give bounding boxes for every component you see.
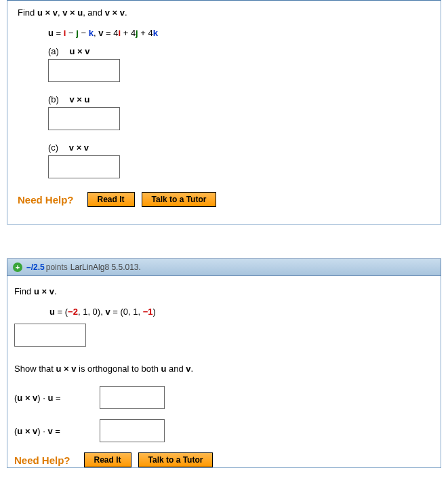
text: = ( — [55, 307, 68, 317]
text: Find — [18, 7, 37, 18]
q2-header: + –/2.5 points LarLinAlg8 5.5.013. — [7, 258, 441, 276]
dot-u-expr: (u × v) · u = — [14, 393, 96, 403]
text: × — [74, 142, 84, 153]
q2-vectors: u = (−2, 1, 0), v = (0, 1, −1) — [49, 307, 434, 317]
text: × — [75, 94, 85, 104]
text: × — [75, 46, 85, 56]
read-it-button[interactable]: Read It — [87, 192, 135, 207]
need-help-label: Need Help? — [14, 454, 70, 466]
q1-prompt: Find u × v, v × u, and v × v. — [18, 7, 430, 18]
text: . — [54, 286, 57, 296]
q2-dot-v-input[interactable] — [100, 419, 165, 442]
text: − — [66, 28, 76, 38]
q1c-label: (c) v × v — [48, 142, 430, 153]
q1-part-b: (b) v × u — [48, 94, 430, 130]
text: = 4 — [103, 28, 118, 38]
text: ) · — [37, 393, 47, 403]
q2-uv-input[interactable] — [14, 324, 86, 347]
text: (c) — [48, 142, 58, 153]
q1a-label: (a) u × v — [48, 46, 430, 56]
text: u × v — [37, 7, 58, 18]
text: u × v — [17, 393, 37, 403]
q1b-input[interactable] — [48, 107, 120, 130]
q2-dot-u-input[interactable] — [100, 386, 165, 409]
q1-part-c: (c) v × v — [48, 142, 430, 178]
q2-header-wrap: + –/2.5 points LarLinAlg8 5.5.013. — [7, 258, 441, 276]
text: Find — [14, 286, 34, 296]
text: u — [85, 94, 90, 104]
text: v — [69, 142, 74, 153]
text: v × u — [62, 7, 83, 18]
text: , and — [83, 7, 105, 18]
text: v — [105, 307, 110, 317]
q1b-label: (b) v × u — [48, 94, 430, 104]
talk-to-tutor-button[interactable]: Talk to a Tutor — [142, 192, 217, 207]
q2-dot-v-row: (u × v) · v = — [14, 419, 434, 442]
text: . — [125, 7, 127, 18]
text: . — [191, 364, 194, 374]
text: = — [54, 28, 64, 38]
expand-icon[interactable]: + — [13, 263, 22, 272]
q1-part-a: (a) u × v — [48, 46, 430, 82]
text: u — [49, 307, 55, 317]
text: (b) — [48, 94, 59, 104]
q1a-input[interactable] — [48, 59, 120, 82]
text: v — [48, 426, 53, 436]
text: v × v — [105, 7, 125, 18]
dot-v-expr: (u × v) · v = — [14, 426, 96, 436]
text: and — [166, 364, 186, 374]
question-1-box: Find u × v, v × u, and v × v. u = i − j … — [7, 0, 441, 225]
q2-dot-u-row: (u × v) · u = — [14, 386, 434, 409]
need-help-label: Need Help? — [18, 194, 74, 206]
text: , 1, 0), — [78, 307, 105, 317]
text: is orthogonal to both — [76, 364, 161, 374]
q2-prompt2: Show that u × v is orthogonal to both u … — [14, 364, 434, 374]
text: Show that — [14, 364, 56, 374]
text: −2 — [68, 307, 78, 317]
text: u × v — [34, 286, 54, 296]
text: = — [53, 393, 60, 403]
q2-help-row: Need Help? Read It Talk to a Tutor — [14, 452, 434, 467]
q1c-input[interactable] — [48, 155, 120, 178]
text: −1 — [143, 307, 153, 317]
text: u — [48, 28, 54, 38]
talk-to-tutor-button[interactable]: Talk to a Tutor — [138, 452, 213, 467]
text: (a) — [48, 46, 59, 56]
q1-vectors: u = i − j − k, v = 4i + 4j + 4k — [48, 28, 430, 38]
text: v — [84, 142, 89, 153]
text: v — [186, 364, 190, 374]
text: v — [85, 46, 89, 56]
text: + 4 — [121, 28, 136, 38]
text: = — [53, 426, 60, 436]
question-2-box: Find u × v. u = (−2, 1, 0), v = (0, 1, −… — [7, 276, 441, 468]
text: u × v — [56, 364, 76, 374]
text: + 4 — [138, 28, 153, 38]
read-it-button[interactable]: Read It — [84, 452, 131, 467]
q2-uv-answer-wrap — [14, 324, 434, 347]
text: = (0, 1, — [110, 307, 143, 317]
q2-prompt1: Find u × v. — [14, 286, 434, 296]
text: v — [70, 94, 75, 104]
text: ) · — [37, 426, 47, 436]
text: k — [89, 28, 94, 38]
text: ) — [153, 307, 156, 317]
text: u × v — [17, 426, 37, 436]
points-text: points — [46, 263, 68, 272]
points-score: –/2.5 — [26, 263, 45, 272]
question-reference: LarLinAlg8 5.5.013. — [70, 263, 141, 272]
text: − — [79, 28, 89, 38]
question-1-content: Find u × v, v × u, and v × v. u = i − j … — [7, 1, 441, 224]
text: k — [153, 28, 158, 38]
q1-help-row: Need Help? Read It Talk to a Tutor — [18, 192, 430, 207]
